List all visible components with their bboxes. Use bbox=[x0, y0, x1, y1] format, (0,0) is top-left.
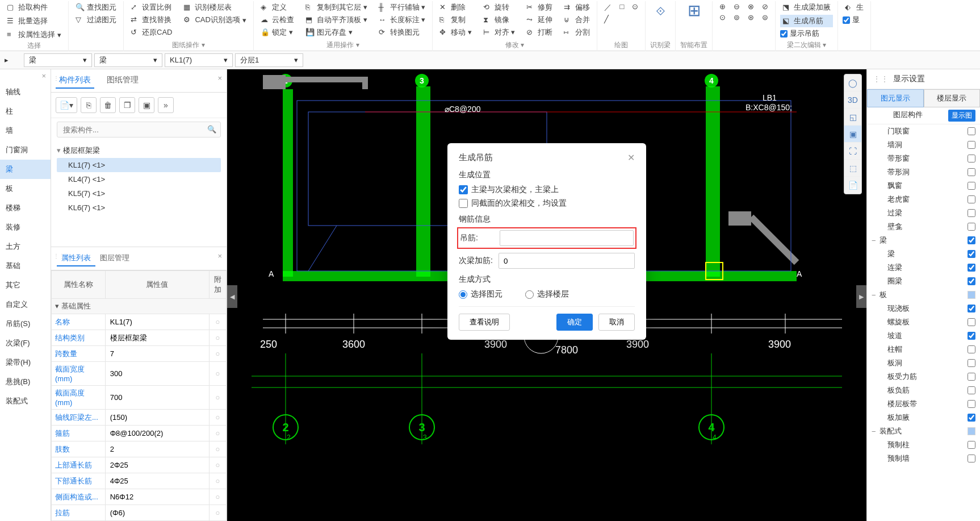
prop-extra-3[interactable]: ○ bbox=[210, 362, 227, 386]
prop-extra-8[interactable]: ○ bbox=[210, 457, 227, 473]
ribbon-group-modify-label[interactable]: 修改 ▾ bbox=[505, 40, 524, 51]
ribbon-break[interactable]: ⊘打断 bbox=[524, 26, 555, 39]
display-item-3[interactable]: 带形洞 bbox=[867, 165, 980, 179]
prop-value-2[interactable] bbox=[105, 346, 209, 362]
prop-value-7[interactable] bbox=[105, 441, 209, 457]
prop-value-6[interactable] bbox=[105, 426, 209, 441]
check-main-secondary[interactable]: 主梁与次梁相交，主梁上 bbox=[459, 185, 635, 195]
prop-value-0[interactable] bbox=[105, 314, 209, 330]
ribbon-group-recognize-label[interactable]: 识别梁 bbox=[650, 40, 671, 51]
smart-layout-icon[interactable]: ⊞ bbox=[688, 1, 701, 20]
left-nav-0[interactable]: 轴线 bbox=[0, 82, 51, 102]
tree-item-1[interactable]: KL4(7) <1> bbox=[57, 172, 221, 186]
more-component-button[interactable]: » bbox=[158, 97, 174, 113]
ribbon-tool-8[interactable]: ⊜ bbox=[760, 12, 770, 23]
display-item-4[interactable]: 飘窗 bbox=[867, 179, 980, 193]
display-item-10[interactable]: 连梁 bbox=[867, 261, 980, 274]
prop-value-4[interactable] bbox=[105, 386, 209, 410]
left-nav-3[interactable]: 门窗洞 bbox=[0, 140, 51, 160]
prop-extra-10[interactable]: ○ bbox=[210, 489, 227, 505]
drawing-canvas[interactable]: 2 3 4 ⌀C8@200 LB1 B:XC8@150; bbox=[227, 69, 866, 521]
tree-item-3[interactable]: KL6(7) <1> bbox=[57, 201, 221, 215]
radio-select-elem[interactable]: 选择图元 bbox=[459, 289, 502, 299]
ribbon-group-smart-label[interactable]: 智能布置 bbox=[680, 40, 707, 51]
prop-extra-2[interactable]: ○ bbox=[210, 346, 227, 362]
ribbon-convert-elem[interactable]: ⟳转换图元 bbox=[376, 26, 428, 39]
prop-value-11[interactable] bbox=[105, 505, 209, 521]
display-item-16[interactable]: 柱帽 bbox=[867, 343, 980, 356]
prop-extra-1[interactable]: ○ bbox=[210, 330, 227, 346]
ribbon-extend[interactable]: ⤳延伸 bbox=[524, 14, 555, 26]
display-item-21[interactable]: 板加腋 bbox=[867, 411, 980, 424]
display-item-8[interactable]: −梁 bbox=[867, 234, 980, 247]
prop-value-5[interactable] bbox=[105, 410, 209, 426]
left-nav-10[interactable]: 其它 bbox=[0, 276, 51, 295]
selector-category[interactable]: 梁▾ bbox=[24, 53, 92, 67]
prop-group-basic[interactable]: ▾ 基础属性 bbox=[52, 299, 227, 314]
ribbon-trim[interactable]: ✂修剪 bbox=[524, 1, 555, 14]
property-panel-close[interactable]: × bbox=[217, 252, 222, 260]
tab-elem-display[interactable]: 图元显示 bbox=[867, 89, 924, 107]
stirrup-input[interactable] bbox=[500, 230, 634, 246]
new-component-button[interactable]: 📄▾ bbox=[56, 97, 77, 113]
ribbon-tool-5[interactable]: ⊙ bbox=[717, 12, 728, 23]
ribbon-lock[interactable]: 🔒锁定 ▾ bbox=[258, 26, 296, 39]
ok-button[interactable]: 确定 bbox=[556, 314, 593, 331]
left-nav-14[interactable]: 梁带(H) bbox=[0, 353, 51, 372]
ribbon-gen-stirrup[interactable]: ⬕生成吊筋 bbox=[780, 15, 833, 27]
ribbon-pick[interactable]: ▢拾取构件 bbox=[5, 1, 64, 14]
ribbon-restore-cad[interactable]: ↺还原CAD bbox=[128, 26, 174, 39]
ribbon-cloud-check[interactable]: ☁云检查 bbox=[258, 14, 296, 26]
ribbon-cad-options[interactable]: ⚙CAD识别选项 ▾ bbox=[181, 14, 248, 26]
left-nav-9[interactable]: 基础 bbox=[0, 256, 51, 276]
tree-item-2[interactable]: KL5(7) <1> bbox=[57, 186, 221, 201]
left-nav-4[interactable]: 梁 bbox=[0, 160, 51, 179]
left-nav-1[interactable]: 柱 bbox=[0, 102, 51, 121]
display-item-9[interactable]: 梁 bbox=[867, 247, 980, 261]
ribbon-tool-3[interactable]: ⊗ bbox=[746, 1, 756, 12]
display-sub-button[interactable]: 显示图 bbox=[948, 110, 975, 122]
secondary-rebar-input[interactable] bbox=[499, 253, 635, 269]
copy-component-button[interactable]: ⎘ bbox=[81, 97, 97, 113]
display-item-7[interactable]: 壁龛 bbox=[867, 220, 980, 234]
ribbon-parallel-axis[interactable]: ╫平行辅轴 ▾ bbox=[376, 1, 428, 14]
display-item-11[interactable]: 圈梁 bbox=[867, 274, 980, 288]
ribbon-rotate[interactable]: ⟲旋转 bbox=[481, 1, 518, 14]
ribbon-filter[interactable]: ▽过滤图元 bbox=[73, 14, 119, 26]
dialog-close-button[interactable]: ✕ bbox=[627, 152, 635, 163]
prop-extra-5[interactable]: ○ bbox=[210, 410, 227, 426]
ribbon-show-stirrup[interactable]: 显示吊筋 bbox=[780, 28, 833, 39]
display-item-13[interactable]: 现浇板 bbox=[867, 302, 980, 315]
tree-item-0[interactable]: KL1(7) <1> bbox=[57, 158, 221, 172]
ribbon-extra-1[interactable]: ⬖生 bbox=[843, 1, 866, 14]
ribbon-gen-beam-haunch[interactable]: ⬔生成梁加腋 bbox=[780, 1, 833, 14]
delete-component-button[interactable]: 🗑 bbox=[100, 97, 116, 113]
panel-grip-icon[interactable]: ⋮⋮ bbox=[53, 75, 65, 81]
ribbon-floor-table[interactable]: ▦识别楼层表 bbox=[181, 1, 248, 14]
ribbon-move[interactable]: ✥移动 ▾ bbox=[437, 26, 474, 39]
ribbon-group-beam-edit-label[interactable]: 梁二次编辑 ▾ bbox=[787, 40, 826, 51]
display-item-14[interactable]: 螺旋板 bbox=[867, 315, 980, 329]
tab-floor-display[interactable]: 楼层显示 bbox=[924, 89, 981, 107]
display-item-23[interactable]: 预制柱 bbox=[867, 438, 980, 452]
ribbon-define[interactable]: ◈定义 bbox=[258, 1, 296, 14]
ribbon-set-scale[interactable]: ⤢设置比例 bbox=[128, 1, 174, 14]
recognize-beam-icon[interactable]: ⟐ bbox=[656, 1, 665, 19]
prop-extra-7[interactable]: ○ bbox=[210, 441, 227, 457]
prop-extra-9[interactable]: ○ bbox=[210, 473, 227, 489]
selector-layer[interactable]: 分层1▾ bbox=[235, 53, 303, 67]
display-item-6[interactable]: 过梁 bbox=[867, 206, 980, 220]
prop-grip-icon[interactable]: ⋮⋮ bbox=[53, 253, 65, 259]
ribbon-split[interactable]: ⑅分割 bbox=[562, 26, 592, 39]
display-item-17[interactable]: 板洞 bbox=[867, 356, 980, 370]
ribbon-find-elem[interactable]: 🔍查找图元 bbox=[73, 1, 119, 14]
ribbon-draw-line[interactable]: ／ bbox=[602, 1, 614, 14]
display-item-0[interactable]: 门联窗 bbox=[867, 124, 980, 138]
prop-extra-4[interactable]: ○ bbox=[210, 386, 227, 410]
ribbon-offset[interactable]: ⇉偏移 bbox=[562, 1, 592, 14]
ribbon-auto-align[interactable]: ⬒自动平齐顶板 ▾ bbox=[303, 14, 370, 26]
ribbon-attr-select[interactable]: ≡按属性选择 ▾ bbox=[5, 28, 64, 41]
duplicate-component-button[interactable]: ❐ bbox=[119, 97, 135, 113]
selector-arrow[interactable]: ▸ bbox=[5, 56, 22, 64]
prop-value-3[interactable] bbox=[105, 362, 209, 386]
